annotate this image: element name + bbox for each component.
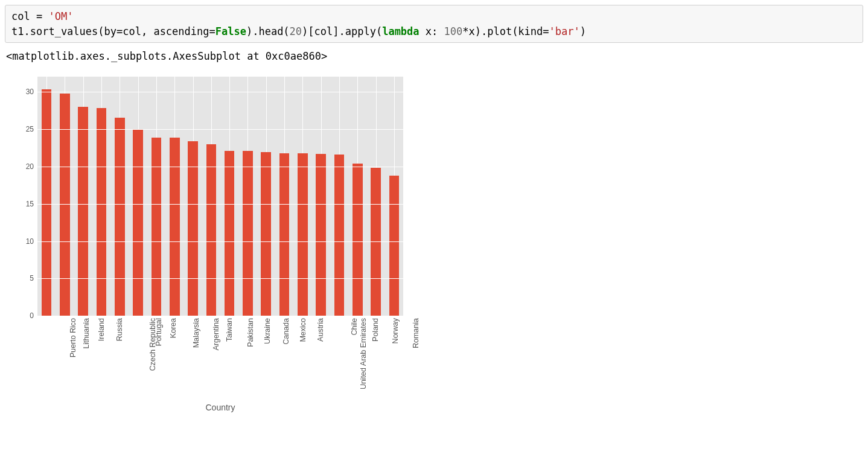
x-tick-label: Pakistan <box>246 318 255 347</box>
x-axis-label: Country <box>205 403 235 412</box>
bar <box>42 89 52 316</box>
grid-line-h <box>37 204 403 205</box>
y-tick-label: 25 <box>26 125 34 133</box>
bars-layer <box>37 77 403 316</box>
code-line-1: col = 'OM' <box>11 10 73 22</box>
x-tick-label: Romania <box>412 318 420 348</box>
bar <box>97 108 107 316</box>
code-cell: col = 'OM' t1.sort_values(by=col, ascend… <box>5 5 863 43</box>
y-tick-label: 30 <box>26 88 34 96</box>
grid-line-h <box>37 241 403 242</box>
bar <box>152 138 162 316</box>
bar <box>243 151 253 316</box>
bar <box>279 153 290 316</box>
chart: 051015202530Puerto RicoLithuaniaIrelandR… <box>5 73 415 447</box>
bar <box>206 144 217 316</box>
bar <box>316 154 326 316</box>
x-tick-label: United Arab Emirates <box>359 318 368 389</box>
plot-area: 051015202530Puerto RicoLithuaniaIrelandR… <box>37 77 403 316</box>
code-line-2: t1.sort_values(by=col, ascending=False).… <box>11 25 586 37</box>
x-tick-label: Lithuania <box>83 318 91 349</box>
x-tick-label: Korea <box>169 318 177 338</box>
x-tick-label: Argentina <box>211 318 220 351</box>
x-tick-label: Ireland <box>97 318 106 341</box>
bar <box>188 141 198 316</box>
x-tick-label: Canada <box>282 318 290 345</box>
grid-line-h <box>37 167 403 167</box>
y-tick-label: 0 <box>30 311 34 320</box>
grid-line-h <box>37 278 403 279</box>
bar <box>60 94 70 316</box>
x-tick-label: Poland <box>372 318 380 342</box>
x-tick-label: Portugal <box>155 318 163 346</box>
x-tick-label: Norway <box>391 318 400 343</box>
grid-line-h <box>37 129 403 130</box>
output-repr: <matplotlib.axes._subplots.AxesSubplot a… <box>6 50 863 62</box>
bar <box>334 155 345 316</box>
x-tick-label: Malaysia <box>192 318 200 348</box>
bar <box>261 152 271 316</box>
x-tick-label: Chile <box>350 318 359 336</box>
x-tick-label: Puerto Rico <box>69 318 77 357</box>
y-tick-label: 5 <box>30 274 34 282</box>
y-tick-label: 20 <box>26 162 34 171</box>
y-tick-label: 10 <box>26 237 34 246</box>
bar <box>115 118 125 316</box>
x-tick-label: Mexico <box>299 318 307 342</box>
grid-line-h <box>37 316 403 316</box>
bar <box>133 130 143 316</box>
x-tick-label: Russia <box>115 318 124 341</box>
x-tick-label: Austria <box>317 318 325 342</box>
bar <box>371 168 381 316</box>
bar <box>78 107 88 316</box>
bar <box>170 138 180 316</box>
bar <box>225 151 235 316</box>
y-tick-label: 15 <box>26 200 34 208</box>
x-tick-label: Ukraine <box>263 318 272 344</box>
bar <box>298 153 308 316</box>
bar <box>389 176 400 316</box>
x-tick-label: Taiwan <box>225 318 234 342</box>
grid-line-h <box>37 92 403 92</box>
bar <box>353 164 363 316</box>
